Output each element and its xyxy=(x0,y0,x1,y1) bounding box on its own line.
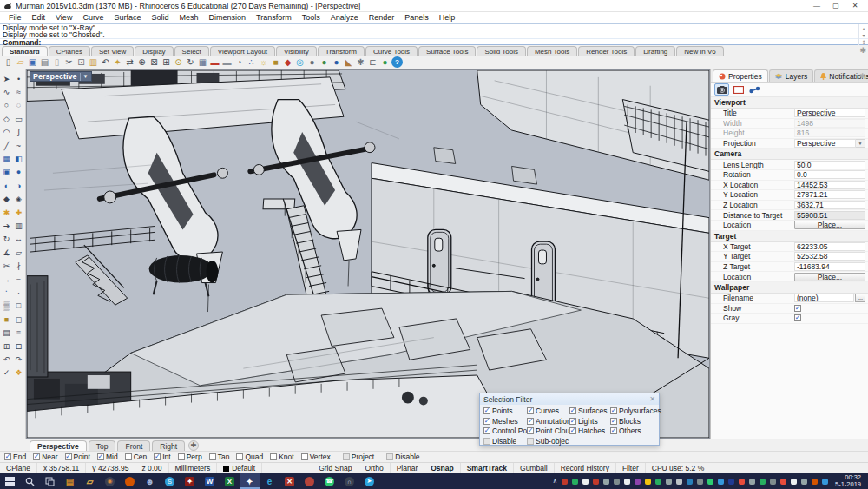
color-wheel-icon[interactable]: ◎ xyxy=(294,56,306,68)
ungroup-icon[interactable]: ⊟ xyxy=(13,340,25,353)
menu-item-mesh[interactable]: Mesh xyxy=(174,13,203,22)
filter-sub-objects[interactable]: Sub-objects xyxy=(527,437,569,446)
filter-meshes[interactable]: ✓Meshes xyxy=(483,417,527,426)
menu-item-solid[interactable]: Solid xyxy=(146,13,174,22)
status-filter[interactable]: Filter xyxy=(616,463,646,473)
menu-item-edit[interactable]: Edit xyxy=(27,13,51,22)
filter-hatches[interactable]: ✓Hatches xyxy=(569,426,610,435)
browser-compass-icon[interactable]: ◉ xyxy=(100,473,120,489)
tray-icon-21[interactable] xyxy=(770,479,776,485)
tray-icon-9[interactable] xyxy=(645,479,651,485)
red-x-app-icon[interactable]: ✕ xyxy=(279,473,299,489)
shaded-mode-icon[interactable]: ● xyxy=(306,56,318,68)
checkbox-icon[interactable]: ✓ xyxy=(610,407,617,414)
checkbox-icon[interactable] xyxy=(527,438,534,445)
pan-icon[interactable]: ✦ xyxy=(112,56,123,68)
selection-filter-titlebar[interactable]: Selection Filter ✕ xyxy=(480,393,659,405)
property-value-dropdown[interactable]: Perspective xyxy=(794,139,856,148)
checkbox-icon[interactable]: ✓ xyxy=(483,407,490,414)
file-explorer-icon[interactable]: ▱ xyxy=(80,473,100,489)
script-icon[interactable]: ⊏ xyxy=(367,56,378,68)
polyline-icon[interactable]: ∿ xyxy=(1,85,13,98)
snagit-icon[interactable] xyxy=(299,473,319,489)
boolean-union-icon[interactable]: ◐ xyxy=(1,179,13,192)
gumball-icon[interactable]: ✱ xyxy=(1,206,13,219)
acrobat-icon[interactable]: ✦ xyxy=(180,473,200,489)
skype-icon[interactable]: S xyxy=(160,473,180,489)
checkbox-icon[interactable] xyxy=(209,453,216,460)
edge-icon[interactable]: e xyxy=(260,473,279,489)
open-folder-icon[interactable]: ▱ xyxy=(15,56,26,68)
command-input[interactable]: Command: xyxy=(0,38,868,45)
search-icon[interactable] xyxy=(20,473,40,489)
menu-item-file[interactable]: File xyxy=(3,13,27,22)
osnap-disable[interactable]: Disable xyxy=(386,453,419,461)
checkbox-icon[interactable]: ✓ xyxy=(794,314,801,321)
raytraced-mode-icon[interactable]: ● xyxy=(331,56,342,68)
tray-icon-13[interactable] xyxy=(687,479,693,485)
extend-icon[interactable]: → xyxy=(1,273,13,286)
layer-tools-icon[interactable]: ▤ xyxy=(1,326,13,339)
command-scrollbar[interactable]: ▴▾⇕ xyxy=(858,24,868,46)
circle-icon[interactable]: ○ xyxy=(1,99,13,112)
chevron-down-icon[interactable]: ▼ xyxy=(856,139,865,148)
detail-properties-button[interactable] xyxy=(731,83,746,96)
tray-icon-16[interactable] xyxy=(718,479,724,485)
checkbox-icon[interactable]: ✓ xyxy=(65,453,72,460)
tray-icon-23[interactable] xyxy=(791,479,797,485)
maximize-button[interactable]: ▢ xyxy=(826,2,845,10)
media-app-icon[interactable] xyxy=(120,473,140,489)
property-value-input[interactable]: 62233.05 xyxy=(794,242,865,251)
tab-layers[interactable]: Layers xyxy=(769,69,814,82)
checkbox-icon[interactable] xyxy=(483,438,490,445)
filter-points[interactable]: ✓Points xyxy=(483,406,527,415)
filter-curves[interactable]: ✓Curves xyxy=(527,406,569,415)
lock-object-icon[interactable]: ■ xyxy=(1,313,13,326)
osnap-project[interactable]: Project xyxy=(343,453,374,461)
menu-item-surface[interactable]: Surface xyxy=(108,13,146,22)
checkbox-icon[interactable]: ✓ xyxy=(483,427,490,434)
fillet-icon[interactable]: ◆ xyxy=(1,193,13,206)
tray-icon-17[interactable] xyxy=(728,479,734,485)
pointer-icon[interactable]: ➤ xyxy=(1,72,13,85)
start-button[interactable] xyxy=(0,473,20,489)
zoom-window-icon[interactable]: ⊞ xyxy=(161,56,172,68)
checkbox-icon[interactable]: ✓ xyxy=(483,418,490,425)
scale-icon[interactable]: ∡ xyxy=(1,246,13,259)
checkbox-icon[interactable] xyxy=(178,453,185,460)
tray-icon-19[interactable] xyxy=(749,479,755,485)
viewport-layout-icon[interactable]: ▦ xyxy=(197,56,208,68)
properties-doc-icon[interactable]: ▯ xyxy=(51,56,62,68)
unlock-object-icon[interactable]: ◻ xyxy=(13,313,25,326)
menu-item-analyze[interactable]: Analyze xyxy=(326,13,364,22)
check-icon[interactable]: ✓ xyxy=(1,367,13,380)
osnap-cen[interactable]: Cen xyxy=(125,453,148,461)
tray-icon-3[interactable] xyxy=(582,479,589,485)
property-value-input[interactable]: 3632.71 xyxy=(794,201,865,209)
filter-others[interactable]: ✓Others xyxy=(610,426,661,435)
checkbox-icon[interactable]: ✓ xyxy=(4,453,11,460)
zoom-selected-icon[interactable]: ⊙ xyxy=(173,56,184,68)
osnap-quad[interactable]: Quad xyxy=(236,453,263,461)
osnap-vertex[interactable]: Vertex xyxy=(301,453,331,461)
misc-tool-icon[interactable]: ❖ xyxy=(13,367,25,380)
menu-item-help[interactable]: Help xyxy=(434,13,461,22)
tray-icon-18[interactable] xyxy=(739,479,745,485)
viewport-tab-top[interactable]: Top xyxy=(89,440,116,451)
filter-polysurfaces[interactable]: ✓Polysurfaces xyxy=(610,406,661,415)
snap-icon[interactable]: ✚ xyxy=(13,206,25,219)
property-value-input[interactable]: 0.0 xyxy=(794,170,865,179)
line-icon[interactable]: ╱ xyxy=(1,139,13,152)
menu-item-render[interactable]: Render xyxy=(364,13,400,22)
viewport-tab-right[interactable]: Right xyxy=(152,440,185,451)
help-icon[interactable]: ? xyxy=(391,56,403,68)
checkbox-icon[interactable]: ✓ xyxy=(569,427,576,434)
filter-disable[interactable]: Disable xyxy=(483,437,527,446)
history-icon[interactable]: ◔ xyxy=(233,56,245,68)
tray-icon-11[interactable] xyxy=(666,479,672,485)
move-view-icon[interactable]: ⇄ xyxy=(124,56,135,68)
toolbar-tab-select[interactable]: Select xyxy=(174,46,209,56)
viewport-tab-front[interactable]: Front xyxy=(117,440,150,451)
arc-icon[interactable]: ◠ xyxy=(1,126,13,139)
menu-item-dimension[interactable]: Dimension xyxy=(203,13,251,22)
